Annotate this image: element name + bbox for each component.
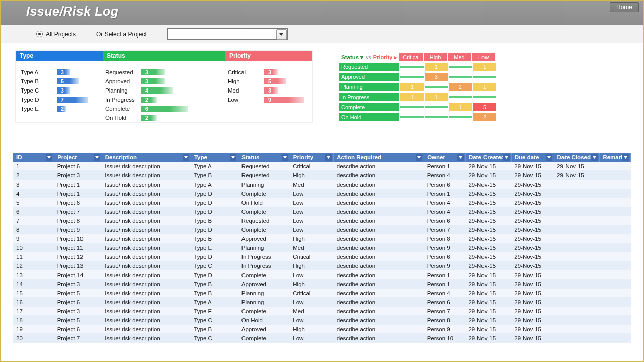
column-header[interactable]: Status (238, 153, 290, 162)
table-row[interactable]: 10Project 11Issue/ risk descriptionType … (13, 243, 631, 252)
heatmap-cell: 2 (449, 83, 472, 91)
table-cell: Type C (191, 261, 238, 270)
table-cell: 12 (13, 261, 54, 270)
table-cell: Low (290, 216, 334, 225)
table-row[interactable]: 4Project 1Issue/ risk descriptionType DC… (13, 189, 631, 198)
table-cell (600, 189, 631, 198)
table-row[interactable]: 5Project 6Issue/ risk descriptionType DO… (13, 198, 631, 207)
column-header[interactable]: ID (13, 153, 54, 162)
table-cell: Project 10 (54, 234, 102, 243)
column-header[interactable]: Action Required (334, 153, 424, 162)
table-cell: Med (290, 243, 334, 252)
table-row[interactable]: 3Project 1Issue/ risk descriptionType AP… (13, 180, 631, 189)
table-row[interactable]: 15Project 5Issue/ risk descriptionType B… (13, 289, 631, 298)
column-header[interactable]: Remarks (600, 153, 631, 162)
chevron-down-icon (624, 156, 627, 159)
filter-button[interactable] (325, 154, 332, 161)
dropdown-button[interactable] (276, 29, 287, 40)
table-row[interactable]: 6Project 7Issue/ risk descriptionType DC… (13, 207, 631, 216)
table-cell (554, 261, 600, 270)
column-header[interactable]: Date Closed (554, 153, 600, 162)
table-row[interactable]: 12Project 13Issue/ risk descriptionType … (13, 261, 631, 270)
table-cell: Type B (191, 216, 238, 225)
table-row[interactable]: 8Project 9Issue/ risk descriptionType DC… (13, 225, 631, 234)
filter-button[interactable] (591, 154, 598, 161)
app-header: Home Issue/Risk Log (1, 1, 643, 25)
column-header[interactable]: Type (191, 153, 238, 162)
filter-button[interactable] (282, 154, 288, 161)
table-cell: describe action (334, 234, 424, 243)
table-row[interactable]: 7Project 8Issue/ risk descriptionType BR… (13, 216, 631, 225)
table-row[interactable]: 20Project 7Issue/ risk descriptionType C… (13, 334, 631, 343)
bar: 6 (141, 106, 188, 112)
table-row[interactable]: 1Project 6Issue/ risk descriptionType AR… (13, 162, 631, 171)
filter-button[interactable] (94, 154, 100, 161)
table-cell: Issue/ risk description (102, 234, 191, 243)
bar-row: Type E2 (16, 104, 100, 113)
table-row[interactable]: 14Project 3Issue/ risk descriptionType B… (13, 280, 631, 289)
bar-row: Type A3 (16, 68, 100, 77)
filter-button[interactable] (457, 154, 464, 161)
table-cell (600, 261, 631, 270)
table-row[interactable]: 19Project 6Issue/ risk descriptionType B… (13, 325, 631, 334)
bar: 4 (141, 87, 173, 94)
heatmap-col-header: Low (472, 53, 495, 61)
table-row[interactable]: 17Project 3Issue/ risk descriptionType E… (13, 307, 631, 316)
table-row[interactable]: 13Project 14Issue/ risk descriptionType … (13, 270, 631, 280)
table-cell: 29-Nov-15 (511, 234, 554, 243)
all-projects-radio[interactable]: All Projects (36, 31, 76, 38)
table-cell: 29-Nov-15 (465, 289, 511, 298)
table-cell: Person 4 (424, 198, 466, 207)
table-cell: 29-Nov-15 (511, 261, 554, 270)
bar-charts-panel: Type Status Priority Type A3Type B5Type … (15, 50, 313, 123)
table-row[interactable]: 16Project 6Issue/ risk descriptionType A… (13, 298, 631, 307)
table-cell: Issue/ risk description (102, 289, 191, 298)
table-cell (554, 252, 600, 261)
filter-button[interactable] (546, 154, 552, 161)
table-cell: Person 1 (424, 280, 466, 289)
filter-button[interactable] (622, 154, 629, 161)
bar-value: 5 (267, 78, 271, 84)
table-row[interactable]: 18Project 5Issue/ risk descriptionType C… (13, 316, 631, 325)
filter-button[interactable] (46, 154, 52, 161)
chevron-down-icon (283, 156, 287, 159)
heatmap-cell: 1 (473, 83, 496, 91)
chevron-down-icon (327, 156, 330, 159)
project-select-input[interactable] (167, 28, 288, 40)
table-row[interactable]: 2Project 3Issue/ risk descriptionType BR… (13, 171, 631, 180)
svg-marker-2 (95, 156, 99, 159)
table-cell: Issue/ risk description (102, 180, 191, 189)
table-cell: Issue/ risk description (102, 280, 191, 289)
table-cell (554, 289, 600, 298)
filter-button[interactable] (503, 154, 510, 161)
table-cell (600, 171, 631, 180)
table-row[interactable]: 9Project 10Issue/ risk descriptionType B… (13, 234, 631, 243)
home-button[interactable]: Home (610, 2, 639, 12)
bar-value: 3 (267, 69, 271, 75)
column-header[interactable]: Date Created (465, 153, 511, 162)
column-header[interactable]: Project (54, 153, 102, 162)
bar-label: Critical (223, 69, 264, 75)
column-header[interactable]: Owner (424, 153, 466, 162)
table-cell: describe action (334, 180, 424, 189)
table-cell (554, 280, 600, 289)
table-row[interactable]: 11Project 12Issue/ risk descriptionType … (13, 252, 631, 261)
table-cell: 1 (13, 162, 54, 171)
filter-button[interactable] (183, 154, 189, 161)
filter-button[interactable] (416, 154, 422, 161)
column-header[interactable]: Priority (290, 153, 334, 162)
column-header[interactable]: Due date (511, 153, 554, 162)
table-cell: 29-Nov-15 (511, 316, 554, 325)
dashboard-row: Type Status Priority Type A3Type B5Type … (1, 43, 643, 123)
bar-value: 9 (267, 97, 271, 103)
bar-label: Type D (16, 97, 57, 103)
table-cell (600, 234, 631, 243)
project-select[interactable] (167, 28, 288, 40)
table-cell: Type C (191, 316, 238, 325)
table-cell: Low (290, 334, 334, 343)
filter-button[interactable] (230, 154, 236, 161)
table-cell (600, 289, 631, 298)
column-header[interactable]: Description (102, 153, 191, 162)
bar-value: 2 (144, 97, 148, 103)
heatmap-cell (400, 66, 424, 68)
